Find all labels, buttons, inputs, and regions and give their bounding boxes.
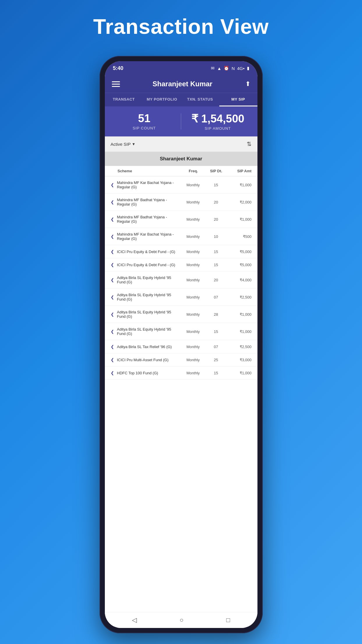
- sip-list-item[interactable]: ❮ ICICI Pru Equity & Debt Fund - (G) Mon…: [105, 258, 257, 271]
- sip-list-item[interactable]: ❮ ICICI Pru Multi-Asset Fund (G) Monthly…: [105, 353, 257, 366]
- item-sipamt: ₹500: [226, 234, 251, 239]
- sip-list-item[interactable]: ❮ Mahindra MF Kar Bachat Yojana - Regula…: [105, 228, 257, 245]
- item-sipdt: 20: [206, 278, 226, 282]
- item-sipdt: 15: [206, 183, 226, 187]
- item-freq: Monthly: [180, 295, 206, 299]
- sip-count-stat: 51 SIP COUNT: [114, 112, 175, 131]
- sip-summary-divider: [181, 113, 181, 129]
- chevron-right-icon: ❮: [111, 357, 114, 362]
- item-scheme-name: Aditya Birla SL Tax Relief '96 (G): [117, 345, 181, 349]
- chevron-right-icon: ❮: [111, 249, 114, 254]
- item-scheme-name: Mahindra MF Badhat Yojana - Regular (G): [117, 198, 181, 206]
- filter-text: Active SIP: [111, 142, 131, 147]
- sip-list-item[interactable]: ❮ Mahindra MF Kar Bachat Yojana - Regula…: [105, 176, 257, 194]
- item-freq: Monthly: [180, 263, 206, 267]
- alarm-icon: ⏰: [224, 66, 229, 71]
- tab-transact[interactable]: TRANSACT: [105, 93, 143, 106]
- item-scheme-name: Aditya Birla SL Equity Hybrid '95 Fund (…: [117, 276, 181, 284]
- phone-screen: 5:40 ✉ ▲ ⏰ N 4G▪ ▮ Sharanjeet Kumar ⬆ TR…: [105, 61, 257, 628]
- item-scheme-name: Mahindra MF Kar Bachat Yojana - Regular …: [117, 180, 181, 189]
- item-scheme-name: ICICI Pru Multi-Asset Fund (G): [117, 358, 181, 362]
- item-scheme-name: HDFC Top 100 Fund (G): [117, 371, 181, 375]
- sip-amount-stat: ₹ 1,54,500 SIP AMOUNT: [187, 112, 249, 131]
- item-freq: Monthly: [180, 250, 206, 254]
- app-header: Sharanjeet Kumar ⬆: [105, 75, 257, 93]
- hamburger-menu-button[interactable]: [112, 81, 120, 87]
- battery-icon: ▮: [247, 66, 249, 71]
- item-sipamt: ₹1,000: [226, 371, 251, 375]
- nav-tabs: TRANSACT MY PORTFOLIO TXN. STATUS MY SIP: [105, 93, 257, 106]
- sip-list-item[interactable]: ❮ Aditya Birla SL Equity Hybrid '95 Fund…: [105, 323, 257, 340]
- page-title: Transaction View: [93, 15, 269, 38]
- tab-my-portfolio[interactable]: MY PORTFOLIO: [143, 93, 181, 106]
- column-header-row: Scheme Freq. SIP Dt. SIP Amt: [105, 166, 257, 176]
- sip-list-item[interactable]: ❮ Aditya Birla SL Equity Hybrid '95 Fund…: [105, 271, 257, 289]
- col-header-sipdt: SIP Dt.: [206, 169, 226, 173]
- sip-list-item[interactable]: ❮ Aditya Birla SL Tax Relief '96 (G) Mon…: [105, 340, 257, 353]
- chevron-right-icon: ❮: [111, 312, 114, 317]
- item-scheme-name: Aditya Birla SL Equity Hybrid '95 Fund (…: [117, 293, 181, 301]
- sip-list-item[interactable]: ❮ ICICI Pru Equity & Debt Fund - (G) Mon…: [105, 245, 257, 258]
- header-username: Sharanjeet Kumar: [153, 80, 212, 88]
- col-header-freq: Freq.: [181, 169, 206, 173]
- item-sipdt: 10: [206, 234, 226, 239]
- chevron-right-icon: ❮: [111, 329, 114, 334]
- status-bar: 5:40 ✉ ▲ ⏰ N 4G▪ ▮: [105, 61, 257, 75]
- drive-icon: ▲: [217, 66, 221, 71]
- item-sipdt: 15: [206, 263, 226, 267]
- sip-list-item[interactable]: ❮ Mahindra MF Badhat Yojana - Regular (G…: [105, 211, 257, 228]
- chevron-right-icon: ❮: [111, 262, 114, 267]
- phone-frame: 5:40 ✉ ▲ ⏰ N 4G▪ ▮ Sharanjeet Kumar ⬆ TR…: [100, 56, 263, 633]
- status-icons: ✉ ▲ ⏰ N 4G▪ ▮: [211, 66, 249, 71]
- item-sipamt: ₹5,000: [226, 250, 251, 254]
- tab-my-sip[interactable]: MY SIP: [219, 93, 257, 106]
- item-freq: Monthly: [180, 278, 206, 282]
- chevron-right-icon: ❮: [111, 295, 114, 299]
- item-scheme-name: Mahindra MF Badhat Yojana - Regular (G): [117, 215, 181, 224]
- item-scheme-name: ICICI Pru Equity & Debt Fund - (G): [117, 250, 181, 254]
- item-sipamt: ₹4,000: [226, 278, 251, 282]
- item-sipamt: ₹2,500: [226, 345, 251, 349]
- active-sip-filter[interactable]: Active SIP ▾: [111, 141, 135, 147]
- item-sipdt: 07: [206, 295, 226, 299]
- item-freq: Monthly: [180, 358, 206, 362]
- item-freq: Monthly: [180, 345, 206, 349]
- sip-summary: 51 SIP COUNT ₹ 1,54,500 SIP AMOUNT: [105, 106, 257, 136]
- item-freq: Monthly: [180, 312, 206, 317]
- sip-list-item[interactable]: ❮ Aditya Birla SL Equity Hybrid '95 Fund…: [105, 306, 257, 323]
- item-sipamt: ₹2,500: [226, 295, 251, 299]
- item-freq: Monthly: [180, 217, 206, 222]
- item-sipamt: ₹3,000: [226, 358, 251, 362]
- signal-icon: 4G▪: [237, 66, 244, 71]
- chevron-right-icon: ❮: [111, 200, 114, 204]
- sip-list: Sharanjeet Kumar Scheme Freq. SIP Dt. SI…: [105, 152, 257, 612]
- sip-list-item[interactable]: ❮ HDFC Top 100 Fund (G) Monthly 15 ₹1,00…: [105, 366, 257, 380]
- chevron-right-icon: ❮: [111, 217, 114, 222]
- sort-icon[interactable]: ⇅: [247, 141, 252, 148]
- item-freq: Monthly: [180, 329, 206, 334]
- chevron-right-icon: ❮: [111, 183, 114, 187]
- recent-apps-button[interactable]: □: [226, 616, 230, 624]
- sip-amount-label: SIP AMOUNT: [187, 126, 249, 131]
- item-sipamt: ₹2,000: [226, 200, 251, 204]
- item-sipamt: ₹1,000: [226, 183, 251, 187]
- item-sipdt: 20: [206, 217, 226, 222]
- tab-txn-status[interactable]: TXN. STATUS: [181, 93, 219, 106]
- item-scheme-name: Aditya Birla SL Equity Hybrid '95 Fund (…: [117, 310, 181, 319]
- nfc-icon: N: [232, 66, 235, 71]
- item-sipamt: ₹5,000: [226, 263, 251, 267]
- sip-list-item[interactable]: ❮ Mahindra MF Badhat Yojana - Regular (G…: [105, 194, 257, 211]
- chevron-right-icon: ❮: [111, 371, 114, 375]
- sip-list-item[interactable]: ❮ Aditya Birla SL Equity Hybrid '95 Fund…: [105, 289, 257, 306]
- sip-count-value: 51: [114, 112, 175, 125]
- item-freq: Monthly: [180, 183, 206, 187]
- item-sipamt: ₹1,000: [226, 312, 251, 317]
- share-icon[interactable]: ⬆: [245, 80, 250, 88]
- back-button[interactable]: ◁: [132, 616, 137, 624]
- status-time: 5:40: [113, 65, 123, 71]
- chevron-right-icon: ❮: [111, 344, 114, 349]
- chevron-right-icon: ❮: [111, 278, 114, 282]
- home-button[interactable]: ○: [180, 616, 183, 624]
- item-sipdt: 20: [206, 200, 226, 204]
- investor-header: Sharanjeet Kumar: [105, 152, 257, 166]
